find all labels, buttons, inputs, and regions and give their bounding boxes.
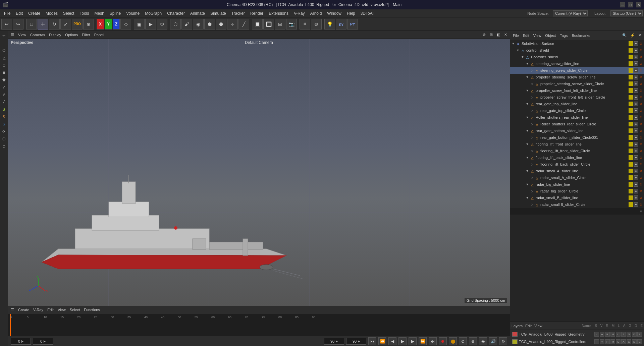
- layer-expr[interactable]: E: [637, 332, 642, 337]
- tree-lock-icon[interactable]: ⊘: [639, 149, 643, 153]
- tree-arrow[interactable]: ▷: [530, 189, 534, 193]
- tree-lock-icon[interactable]: ⊘: [639, 135, 643, 140]
- tree-item-rear-gate-top-circle[interactable]: ▷ △ rear_gate_top_slider_Circle ● ⊘: [510, 107, 644, 114]
- tree-arrow[interactable]: ▷: [530, 69, 534, 72]
- tl-functions-menu[interactable]: Functions: [83, 307, 101, 312]
- timeline-ruler[interactable]: 0 5 10 15 20 25 30 35 40 45 50 55: [8, 314, 510, 336]
- tree-arrow[interactable]: ▼: [516, 49, 520, 52]
- tree-vis-icon[interactable]: ●: [634, 102, 638, 106]
- left-icon-1[interactable]: ↩: [1, 32, 7, 39]
- menu-create[interactable]: Create: [25, 10, 43, 16]
- tree-item-rear-gate-bottom-line[interactable]: ▼ △ rear_gate_bottom_slider_line ● ⊘: [510, 127, 644, 134]
- tree-arrow[interactable]: ▷: [530, 82, 534, 85]
- tree-vis-icon[interactable]: ●: [634, 95, 638, 100]
- obj-close-icon[interactable]: ✕: [637, 33, 643, 38]
- left-icon-14[interactable]: ⟳: [1, 128, 7, 135]
- tree-lock-icon[interactable]: ⊘: [639, 55, 643, 59]
- layout-select[interactable]: Startup (User): [610, 10, 643, 16]
- layer-mgr[interactable]: M: [610, 332, 615, 337]
- tree-lock-icon[interactable]: ⊘: [639, 48, 643, 53]
- preview-button[interactable]: ◉: [479, 337, 487, 345]
- menu-3dtoall[interactable]: 3DToAll: [358, 10, 377, 16]
- perspective-button[interactable]: ⬡: [170, 19, 181, 30]
- tree-item-rear-gate-top-line[interactable]: ▼ △ rear_gate_top_slider_line ● ⊘: [510, 101, 644, 107]
- tree-item-steering-line[interactable]: ▼ △ steering_screw_slider_line ● ⊘: [510, 60, 644, 67]
- next-key-button[interactable]: ▶: [409, 337, 417, 345]
- menu-file[interactable]: File: [1, 10, 13, 16]
- light-button[interactable]: 💡: [324, 19, 335, 30]
- sculpt-button[interactable]: ◉: [193, 19, 204, 30]
- tree-arrow[interactable]: ▼: [525, 89, 530, 92]
- tree-item-radar-small-b-circle[interactable]: ▷ △ radar_small B_slider_Circle ● ⊘: [510, 201, 644, 208]
- tree-vis-icon[interactable]: ●: [634, 135, 638, 140]
- tree-item-radar-small-b-line[interactable]: ▼ △ radar_small_B_slider_line ● ⊘: [510, 194, 644, 201]
- tree-vis-icon[interactable]: ●: [634, 108, 638, 113]
- layer-lock2[interactable]: L: [616, 339, 621, 344]
- menu-vray[interactable]: V-Ray: [291, 10, 308, 16]
- tree-arrow[interactable]: ▼: [525, 142, 530, 146]
- tree-item-flooring-back-line[interactable]: ▼ △ flooring_lift_back_slider_line ● ⊘: [510, 154, 644, 161]
- tree-vis-icon[interactable]: ●: [634, 48, 638, 53]
- tree-arrow[interactable]: ▷: [530, 163, 534, 166]
- tree-lock-icon[interactable]: ⊘: [639, 175, 643, 180]
- render-settings-button[interactable]: ⚙: [157, 19, 167, 30]
- tree-item-flooring-back-circle[interactable]: ▷ △ flooring_lift_back_slider_Circle ● ⊘: [510, 161, 644, 168]
- tree-lock-icon[interactable]: ⊘: [639, 95, 643, 100]
- menu-render[interactable]: Render: [248, 10, 266, 16]
- tree-arrow[interactable]: ▷: [530, 109, 534, 112]
- vp-toggle-button[interactable]: ◧: [495, 32, 501, 38]
- motion-path-button[interactable]: ⊙: [459, 337, 467, 345]
- left-icon-9[interactable]: ✐: [1, 91, 7, 98]
- tree-item-controler-shield[interactable]: ▼ △ Controler_shield ● ⊘: [510, 54, 644, 60]
- brush-button[interactable]: 🖌: [181, 19, 192, 30]
- left-icon-16[interactable]: ⊙: [1, 143, 7, 150]
- start-frame-input[interactable]: [11, 338, 31, 345]
- camera-button[interactable]: 📷: [286, 19, 297, 30]
- tree-item-prop-front-left-circle[interactable]: ▷ △ propeller_screw_front_left_slider_Ci…: [510, 94, 644, 101]
- tree-arrow[interactable]: ▼: [525, 169, 530, 173]
- tree-item-prop-front-left-line[interactable]: ▼ △ propeller_screw_front_left_slider_li…: [510, 87, 644, 94]
- layer-vis2[interactable]: ●: [600, 339, 604, 344]
- vp-filter-menu[interactable]: Filter: [80, 32, 91, 38]
- tree-vis-icon[interactable]: ●: [634, 169, 638, 173]
- menu-help[interactable]: Help: [344, 10, 358, 16]
- tree-arrow[interactable]: ▼: [525, 129, 530, 132]
- prev-frame-button[interactable]: ⏪: [378, 337, 386, 345]
- tree-vis-icon[interactable]: ●: [634, 75, 638, 79]
- tree-arrow[interactable]: ▼: [525, 156, 530, 159]
- tree-lock-icon[interactable]: ⊘: [639, 202, 643, 207]
- filter-icon[interactable]: ⚡: [629, 33, 636, 38]
- tree-item-flooring-front-line[interactable]: ▼ △ flooring_lift_front_slider_line ● ⊘: [510, 141, 644, 148]
- layer-anim[interactable]: A: [621, 332, 626, 337]
- layer-solo[interactable]: ·: [594, 332, 599, 337]
- tree-vis-icon[interactable]: ●: [634, 182, 638, 187]
- layers-view-menu[interactable]: View: [534, 324, 542, 328]
- close-button[interactable]: ✕: [636, 2, 641, 7]
- deformer-button[interactable]: ╱: [238, 19, 249, 30]
- tree-arrow[interactable]: ▼: [525, 196, 530, 199]
- menu-extensions[interactable]: Extensions: [266, 10, 291, 16]
- menu-mesh[interactable]: Mesh: [92, 10, 107, 16]
- tree-arrow[interactable]: ▷: [530, 203, 534, 206]
- layer-expr2[interactable]: E: [637, 339, 642, 344]
- left-icon-8[interactable]: ⤢: [1, 84, 7, 91]
- tree-item-radar-small-a-circle[interactable]: ▷ △ radar_small_A_slider_Circle ● ⊘: [510, 174, 644, 181]
- vp-fit-button[interactable]: ⊞: [488, 32, 494, 38]
- maximize-button[interactable]: □: [628, 2, 633, 7]
- fps-input[interactable]: [346, 338, 366, 345]
- tree-lock-icon[interactable]: ⊘: [639, 61, 643, 66]
- vp-display-menu[interactable]: Display: [48, 32, 62, 38]
- select-mode-button[interactable]: □: [26, 19, 37, 30]
- tree-vis-icon[interactable]: ●: [634, 115, 638, 120]
- tree-vis-icon[interactable]: ●: [634, 142, 638, 147]
- minimize-button[interactable]: —: [620, 2, 625, 7]
- undo-button[interactable]: ↩: [1, 19, 12, 30]
- obj-edit-menu[interactable]: Edit: [522, 33, 531, 38]
- move-button[interactable]: ✛: [38, 19, 48, 30]
- tree-lock-icon[interactable]: ⊘: [639, 115, 643, 120]
- vp-close-button[interactable]: ✕: [503, 32, 508, 38]
- layer-deform2[interactable]: D: [632, 339, 637, 344]
- tree-vis-icon[interactable]: ●: [634, 41, 638, 46]
- tree-vis-icon[interactable]: ●: [634, 175, 638, 180]
- object-mode-button[interactable]: ◇: [120, 19, 131, 30]
